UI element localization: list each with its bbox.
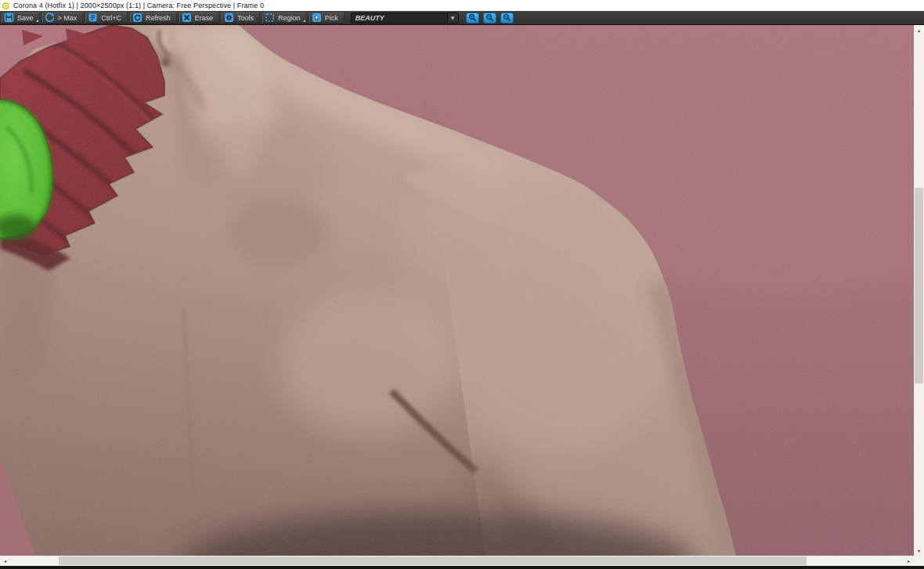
pick-button[interactable]: Pick: [309, 13, 345, 23]
window-title: Corona 4 (Hotfix 1) | 2000×2500px (1:1) …: [13, 2, 264, 9]
render-element-select[interactable]: BEAUTY ▼: [351, 13, 459, 23]
tools-button-label: Tools: [237, 14, 254, 22]
refresh-button[interactable]: Refresh: [130, 13, 177, 23]
render-element-value: BEAUTY: [352, 14, 447, 22]
zoom-in-button[interactable]: [466, 13, 479, 23]
scrollbar-corner: [914, 556, 924, 566]
corona-logo-icon: [2, 2, 9, 9]
render-to-max-button[interactable]: > Max: [42, 13, 84, 23]
pick-button-label: Pick: [325, 14, 338, 22]
refresh-button-label: Refresh: [146, 14, 171, 22]
max-icon: [45, 13, 55, 23]
refresh-icon: [132, 13, 143, 23]
tools-button[interactable]: Tools: [222, 13, 260, 23]
render-noise-overlay: [0, 25, 914, 556]
zoom-reset-icon: [503, 13, 511, 22]
save-icon: [4, 13, 14, 23]
vfb-toolbar: Save > Max Ctrl+C Refresh Erase: [0, 11, 924, 25]
erase-icon: [182, 13, 192, 23]
pick-icon: [312, 13, 322, 23]
scroll-right-arrow[interactable]: ▸: [904, 556, 914, 566]
window-bottom-edge: [0, 566, 924, 569]
horizontal-scrollbar-thumb[interactable]: [59, 556, 807, 565]
region-menu-corner-icon: [303, 20, 305, 22]
render-to-max-label: > Max: [58, 14, 78, 22]
scroll-up-arrow[interactable]: ▴: [914, 25, 924, 35]
save-menu-corner-icon: [36, 20, 38, 22]
copy-icon: [88, 13, 98, 23]
zoom-out-button[interactable]: [483, 13, 496, 23]
horizontal-scrollbar[interactable]: ◂ ▸: [0, 556, 914, 566]
save-button-label: Save: [17, 14, 34, 22]
scroll-down-arrow[interactable]: ▾: [914, 546, 924, 556]
erase-button[interactable]: Erase: [179, 13, 220, 23]
erase-button-label: Erase: [195, 14, 214, 22]
tools-icon: [224, 13, 234, 23]
region-icon: [265, 13, 275, 23]
zoom-out-icon: [485, 13, 494, 22]
copy-button-label: Ctrl+C: [101, 14, 121, 22]
window-titlebar: Corona 4 (Hotfix 1) | 2000×2500px (1:1) …: [0, 0, 924, 11]
save-button[interactable]: Save: [2, 13, 40, 23]
vertical-scrollbar[interactable]: ▴ ▾: [914, 25, 924, 556]
vertical-scrollbar-thumb[interactable]: [915, 188, 923, 384]
render-image: [0, 25, 914, 556]
region-button[interactable]: Region: [262, 13, 307, 23]
zoom-reset-button[interactable]: [500, 13, 514, 23]
chevron-down-icon: ▼: [447, 13, 458, 23]
zoom-in-icon: [468, 13, 477, 22]
scroll-left-arrow[interactable]: ◂: [0, 556, 10, 566]
region-button-label: Region: [278, 14, 301, 22]
render-canvas[interactable]: [0, 25, 914, 556]
copy-button[interactable]: Ctrl+C: [85, 13, 128, 23]
